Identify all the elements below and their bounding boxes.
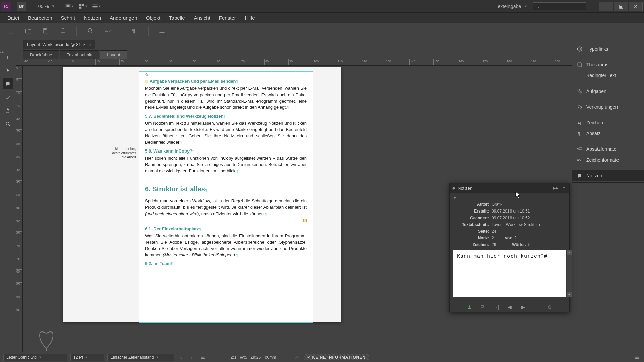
- menu-fenster[interactable]: Fenster: [215, 14, 240, 22]
- collapse-left-icon[interactable]: ▶▶: [0, 50, 3, 54]
- panel-verknuepfungen[interactable]: Verknüpfungen: [572, 102, 644, 112]
- menu-schrift[interactable]: Schrift: [57, 14, 79, 22]
- open-button[interactable]: [24, 27, 32, 35]
- panel-grip[interactable]: [3, 46, 13, 47]
- vertical-ruler[interactable]: 05101520253035404550556065707580859095: [16, 66, 23, 357]
- collapse-icon[interactable]: ◆: [452, 186, 455, 190]
- new-note-button[interactable]: [479, 305, 486, 309]
- svg-rect-4: [79, 6, 81, 8]
- note-tool[interactable]: [3, 78, 13, 89]
- panel-aufgaben[interactable]: Aufgaben: [572, 86, 644, 97]
- horizontal-ruler[interactable]: -20-100102030405060708090100110120130140…: [16, 59, 572, 66]
- woerter-label: Wörter:: [512, 242, 528, 247]
- panel-thesaurus[interactable]: Thesaurus: [572, 59, 644, 70]
- eyedropper-tool[interactable]: [3, 92, 13, 103]
- char-panel-icon[interactable]: A: [178, 354, 185, 361]
- panel-absatzformate[interactable]: ¶Absatzformate: [572, 144, 644, 155]
- zeichen-label: Zeichen:: [453, 242, 492, 247]
- zoom-tool[interactable]: [3, 119, 13, 129]
- ruler-tick: 10: [95, 59, 100, 65]
- pencil-icon: ✎: [145, 72, 149, 78]
- notiz-label: Notiz:: [453, 236, 492, 240]
- menu-ansicht[interactable]: Ansicht: [190, 14, 214, 22]
- note-text-area[interactable]: Kann man hier noch kürzen?#: [453, 250, 566, 297]
- add-note-button[interactable]: [533, 305, 540, 309]
- menu-notizen[interactable]: Notizen: [80, 14, 105, 22]
- close-button[interactable]: ✕: [629, 2, 643, 11]
- panel-menu-icon[interactable]: ≡: [562, 186, 567, 190]
- save-button[interactable]: [42, 27, 50, 35]
- search-input[interactable]: [533, 2, 586, 10]
- scroll-down-icon[interactable]: ▼: [567, 292, 572, 297]
- copyfit-icon[interactable]: [293, 354, 300, 361]
- user-color-icon[interactable]: [466, 305, 473, 309]
- menu-bearbeiten[interactable]: Bearbeiten: [24, 14, 56, 22]
- panel-zeichen[interactable]: A|Zeichen: [572, 117, 644, 128]
- menu-objekt[interactable]: Objekt: [142, 14, 164, 22]
- ruler-tick: 60: [216, 59, 221, 65]
- notes-dropdown-toggle[interactable]: ▼: [453, 196, 566, 200]
- new-doc-button[interactable]: [7, 27, 15, 35]
- status-menu-icon[interactable]: [633, 354, 641, 361]
- svg-point-28: [580, 91, 582, 93]
- svg-rect-2: [79, 4, 81, 6]
- position-tool[interactable]: [3, 65, 13, 76]
- close-tab-icon[interactable]: ×: [89, 42, 91, 47]
- leading-select[interactable]: Einfacher Zeilenabstand▼: [107, 354, 174, 361]
- minimize-button[interactable]: —: [599, 2, 613, 11]
- next-note-button[interactable]: ▶: [520, 304, 526, 310]
- delete-note-button[interactable]: [546, 305, 553, 309]
- hidden-chars-button[interactable]: ¶: [131, 27, 139, 35]
- arrange-button[interactable]: ▼: [78, 2, 89, 11]
- font-size-select[interactable]: 12 Pt▼: [70, 354, 104, 361]
- svg-line-29: [579, 91, 580, 92]
- panel-hyperlinks[interactable]: Hyperlinks: [572, 44, 644, 54]
- scroll-up-icon[interactable]: ▲: [567, 250, 572, 255]
- view-tab-druckfahne[interactable]: Druckfahne: [23, 50, 59, 59]
- note-anchor-icon[interactable]: [145, 80, 148, 83]
- workspace-selector[interactable]: Texteingabe ▼: [492, 2, 531, 10]
- ruler-tick: 60: [16, 219, 22, 222]
- menu-datei[interactable]: Datei: [3, 14, 23, 22]
- bedingter-text-icon: T: [576, 72, 583, 79]
- panel-menu-button[interactable]: [158, 27, 166, 35]
- zoom-level-dropdown[interactable]: 100 % ▼: [36, 4, 55, 9]
- menu-aenderungen[interactable]: Änderungen: [106, 14, 141, 22]
- panel-bedingter-text[interactable]: TBedingter Text: [572, 70, 644, 81]
- panel-notizen[interactable]: Notizen: [572, 170, 644, 181]
- stats-icon[interactable]: [220, 354, 227, 361]
- type-tool[interactable]: T: [3, 52, 13, 62]
- screen-mode-button[interactable]: ▼: [64, 2, 75, 11]
- hand-tool[interactable]: [3, 105, 13, 116]
- view-tab-layout[interactable]: Layout: [100, 50, 127, 59]
- panel-absatz[interactable]: ¶Absatz: [572, 128, 644, 139]
- ruler-tick: 140: [409, 59, 416, 65]
- find-button[interactable]: [86, 27, 94, 35]
- notes-scrollbar[interactable]: ▲ ▼: [567, 250, 572, 297]
- menu-tabelle[interactable]: Tabelle: [165, 14, 189, 22]
- panel-zeichenformate[interactable]: aAZeichenformate: [572, 155, 644, 165]
- document-tab[interactable]: Layout_Workflow.indd @ 81 % ×: [23, 40, 95, 49]
- svg-rect-22: [6, 82, 10, 85]
- seite-label: Seite:: [453, 229, 492, 234]
- notes-panel-header[interactable]: ◆ Notizen ▶▶ ≡: [450, 183, 569, 193]
- note-anchor-icon[interactable]: [303, 219, 307, 222]
- view-tab-textabschnitt[interactable]: Textabschnitt: [60, 50, 99, 59]
- prev-note-button[interactable]: ◀: [506, 304, 513, 310]
- print-button[interactable]: [59, 27, 67, 35]
- bridge-icon[interactable]: Br: [17, 2, 26, 11]
- para-panel-icon[interactable]: ¶: [189, 354, 196, 361]
- spellcheck-button[interactable]: ab: [104, 27, 112, 35]
- font-family-select[interactable]: Letter Gothic Std▼: [3, 354, 67, 361]
- ruler-tick: 80: [264, 59, 269, 65]
- collapse-panel-icon[interactable]: ▶▶: [552, 186, 560, 190]
- app-icon: Ic: [1, 2, 11, 11]
- view-options-button[interactable]: ▼: [91, 2, 102, 11]
- text-frame[interactable]: ✎ Aufgabe verpacken und per EMail senden…: [139, 71, 313, 323]
- menu-hilfe[interactable]: Hilfe: [241, 14, 259, 22]
- maximize-button[interactable]: ▣: [614, 2, 628, 11]
- align-left-icon[interactable]: [199, 354, 207, 361]
- svg-text:aA: aA: [577, 158, 581, 162]
- go-to-anchor-button[interactable]: →|: [493, 304, 499, 310]
- svg-text:A|: A|: [577, 121, 581, 125]
